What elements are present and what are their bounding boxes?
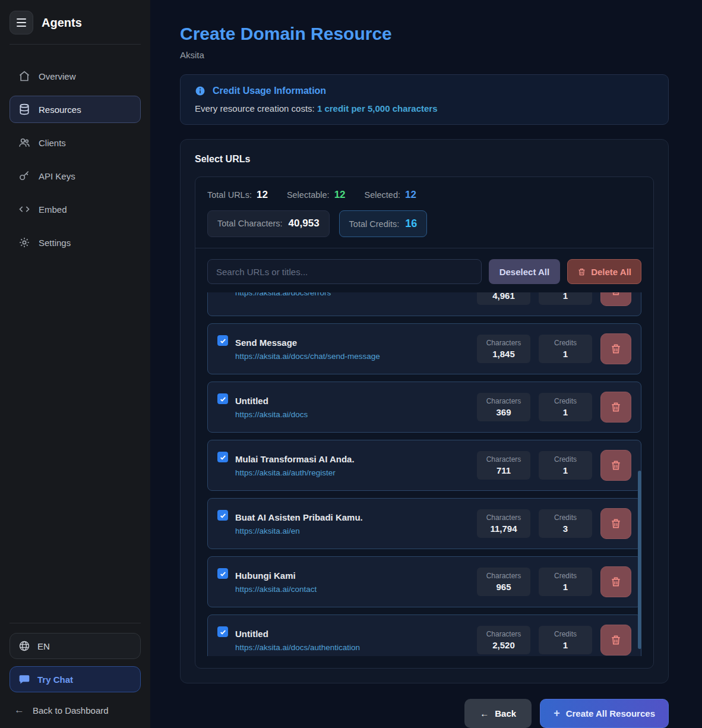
trash-icon xyxy=(610,401,622,413)
trash-icon xyxy=(610,459,622,471)
delete-all-button[interactable]: Delete All xyxy=(567,259,641,284)
sidebar-item-resources[interactable]: Resources xyxy=(10,96,141,123)
panel-divider xyxy=(195,248,653,248)
url-meta: Mulai Transformasi AI Anda. https://aksi… xyxy=(235,454,355,477)
credit-info-header: Credit Usage Information xyxy=(195,86,654,96)
sidebar-item-label: Embed xyxy=(39,204,67,215)
credit-info-banner: Credit Usage Information Every resource … xyxy=(180,74,669,125)
credits-chip: Credits 1 xyxy=(539,568,592,596)
create-all-resources-button[interactable]: + Create All Resources xyxy=(540,699,669,728)
try-chat-button[interactable]: Try Chat xyxy=(10,666,141,692)
sidebar-item-api-keys[interactable]: API Keys xyxy=(10,162,141,190)
delete-url-button[interactable] xyxy=(600,508,631,539)
url-link[interactable]: https://aksita.ai/docs xyxy=(235,410,308,419)
select-urls-title: Select URLs xyxy=(195,154,654,165)
delete-url-button[interactable] xyxy=(600,625,631,655)
url-row: Send Message https://aksita.ai/docs/chat… xyxy=(207,323,641,374)
url-title: Untitled xyxy=(235,396,308,406)
url-checkbox[interactable] xyxy=(217,335,228,346)
app-window: Agents Overview Resources Clients API Ke… xyxy=(0,0,702,728)
credit-info-text-highlight: 1 credit per 5,000 characters xyxy=(317,103,438,114)
back-to-dashboard-label: Back to Dashboard xyxy=(33,705,109,716)
chat-icon xyxy=(18,673,30,685)
selectable-value: 12 xyxy=(334,189,346,201)
characters-chip-value: 1,845 xyxy=(485,349,522,359)
url-link[interactable]: https://aksita.ai/auth/register xyxy=(235,468,355,477)
sidebar-item-clients[interactable]: Clients xyxy=(10,129,141,156)
url-row: Untitled https://aksita.ai/docs/authenti… xyxy=(207,614,641,656)
characters-chip: Characters 4,961 xyxy=(477,292,530,305)
url-link[interactable]: https://aksita.ai/docs/chat/send-message xyxy=(235,352,380,361)
back-button[interactable]: ← Back xyxy=(464,699,532,728)
sidebar-item-label: Resources xyxy=(39,105,81,115)
total-urls-stat: Total URLs: 12 xyxy=(207,189,268,201)
credits-chip-value: 1 xyxy=(547,582,584,592)
search-input[interactable] xyxy=(207,259,482,284)
globe-icon xyxy=(18,640,30,652)
key-icon xyxy=(18,170,30,182)
url-checkbox[interactable] xyxy=(217,510,228,521)
sidebar-item-label: Overview xyxy=(39,71,76,81)
characters-chip-label: Characters xyxy=(485,397,522,405)
url-link[interactable]: https://aksita.ai/docs/authentication xyxy=(235,643,360,652)
home-icon xyxy=(18,70,30,82)
credits-chip: Credits 3 xyxy=(539,509,592,538)
credit-info-title: Credit Usage Information xyxy=(213,86,326,96)
plus-icon: + xyxy=(554,707,560,720)
delete-url-button[interactable] xyxy=(600,392,631,423)
characters-chip: Characters 965 xyxy=(477,568,530,596)
credit-info-text-prefix: Every resource creation costs: xyxy=(195,103,317,114)
characters-chip-label: Characters xyxy=(485,339,522,347)
total-characters-label: Total Characters: xyxy=(217,219,283,228)
selected-label: Selected: xyxy=(365,190,400,200)
delete-url-button[interactable] xyxy=(600,566,631,597)
back-to-dashboard-link[interactable]: ← Back to Dashboard xyxy=(10,704,141,716)
row-right: Characters 711 Credits 1 xyxy=(477,450,631,481)
arrow-left-icon: ← xyxy=(480,708,489,718)
url-link[interactable]: https://aksita.ai/contact xyxy=(235,585,317,594)
trash-icon xyxy=(610,518,622,530)
url-title: Untitled xyxy=(235,629,360,639)
row-right: Characters 11,794 Credits 3 xyxy=(477,508,631,539)
language-selector[interactable]: EN xyxy=(10,633,141,659)
deselect-all-button[interactable]: Deselect All xyxy=(489,259,561,284)
sidebar-bottom: EN Try Chat ← Back to Dashboard xyxy=(10,623,141,716)
url-row: Buat AI Asisten Pribadi Kamu. https://ak… xyxy=(207,498,641,549)
gear-icon xyxy=(18,237,30,248)
sidebar-item-label: Clients xyxy=(39,138,66,148)
sidebar: Agents Overview Resources Clients API Ke… xyxy=(0,0,150,728)
sidebar-item-settings[interactable]: Settings xyxy=(10,229,141,256)
url-meta: https://aksita.ai/docs/errors xyxy=(235,292,331,297)
sidebar-item-embed[interactable]: Embed xyxy=(10,196,141,223)
try-chat-label: Try Chat xyxy=(37,675,73,685)
row-right: Characters 1,845 Credits 1 xyxy=(477,333,631,364)
row-right: Characters 965 Credits 1 xyxy=(477,566,631,597)
delete-url-button[interactable] xyxy=(600,333,631,364)
url-row: https://aksita.ai/docs/errors Characters… xyxy=(207,292,641,316)
credits-chip: Credits 1 xyxy=(539,626,592,654)
sidebar-item-overview[interactable]: Overview xyxy=(10,62,141,90)
url-checkbox[interactable] xyxy=(217,393,228,404)
hamburger-menu-button[interactable] xyxy=(10,11,33,34)
url-link[interactable]: https://aksita.ai/en xyxy=(235,527,363,535)
credits-chip-value: 1 xyxy=(547,640,584,650)
url-checkbox[interactable] xyxy=(217,452,228,462)
page-title: Create Domain Resource xyxy=(180,24,669,44)
url-link[interactable]: https://aksita.ai/docs/errors xyxy=(235,292,331,297)
url-meta: Send Message https://aksita.ai/docs/chat… xyxy=(235,338,380,361)
credits-chip-label: Credits xyxy=(547,513,584,522)
footer-actions: ← Back + Create All Resources xyxy=(180,699,669,728)
url-row: Untitled https://aksita.ai/docs Characte… xyxy=(207,382,641,433)
delete-url-button[interactable] xyxy=(600,450,631,481)
characters-chip: Characters 11,794 xyxy=(477,509,530,538)
list-scrollbar-thumb[interactable] xyxy=(638,471,641,649)
row-right: Characters 369 Credits 1 xyxy=(477,392,631,423)
url-row: Mulai Transformasi AI Anda. https://aksi… xyxy=(207,440,641,491)
url-checkbox[interactable] xyxy=(217,626,228,637)
delete-url-button[interactable] xyxy=(600,292,631,306)
url-list-container: https://aksita.ai/docs/errors Characters… xyxy=(207,292,641,656)
url-title: Send Message xyxy=(235,338,380,348)
characters-chip: Characters 1,845 xyxy=(477,335,530,363)
selected-stat: Selected: 12 xyxy=(365,189,416,201)
url-checkbox[interactable] xyxy=(217,568,228,579)
